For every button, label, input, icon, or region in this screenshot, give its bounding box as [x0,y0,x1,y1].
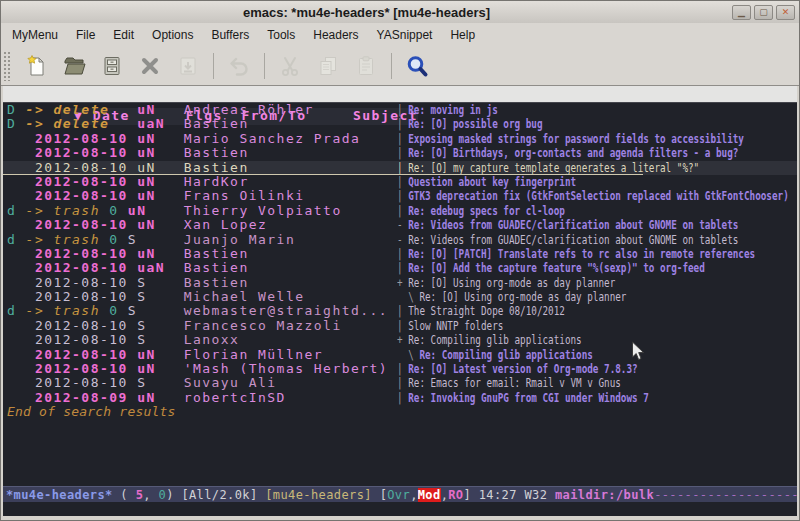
titlebar[interactable]: emacs: *mu4e-headers* [mu4e-headers] ▁ ▢… [1,1,799,24]
menu-item-tools[interactable]: Tools [258,24,304,46]
minimize-button[interactable]: ▁ [732,5,751,20]
maximize-button[interactable]: ▢ [754,5,773,20]
toolbar-separator [213,53,214,79]
message-row[interactable]: D -> delete uaN Bastien | Re: [O] possib… [3,117,797,131]
search-magnifier-icon [405,54,429,78]
end-of-results: End of search results [3,405,797,419]
message-row[interactable]: 2012-08-10 S Suvayu Ali | Re: Emacs for … [3,376,797,390]
menu-item-file[interactable]: File [67,24,104,46]
window-controls: ▁ ▢ ✕ [732,5,795,20]
open-folder-button[interactable] [57,50,91,82]
message-row[interactable]: 2012-08-10 S Michael Welle \ Re: [O] Usi… [3,290,797,304]
paste-clipboard-icon [354,54,378,78]
message-row[interactable]: 2012-08-10 uN HardKor | Question about k… [3,175,797,189]
message-row[interactable]: 2012-08-10 uN Bastien | Re: [O] Birthday… [3,146,797,160]
message-row[interactable]: d -> trash 0 uN Thierry Volpiatto | Re: … [3,204,797,218]
close-icon: ✕ [782,8,790,17]
copy-icon [316,54,340,78]
message-row[interactable]: d -> trash 0 S Juanjo Marin - Re: Videos… [3,233,797,247]
message-row-current[interactable]: 2012-08-10 uN Bastien | Re: [O] my captu… [3,161,797,175]
message-row[interactable]: 2012-08-10 S Francesco Mazzoli | Slow NN… [3,319,797,333]
menu-item-mymenu[interactable]: MyMenu [3,24,67,46]
message-list: D -> delete uN Andreas Röhler | Re: movi… [3,103,797,420]
message-row[interactable]: 2012-08-10 uN 'Mash (Thomas Herbert) | R… [3,362,797,376]
menu-item-buffers[interactable]: Buffers [202,24,258,46]
minimize-icon: ▁ [738,8,745,17]
menu-item-help[interactable]: Help [441,24,484,46]
message-row[interactable]: 2012-08-10 uN Frans Oilinki | GTK3 depre… [3,189,797,203]
import-button[interactable] [171,50,205,82]
menu-item-edit[interactable]: Edit [104,24,143,46]
open-folder-icon [62,54,86,78]
echo-area[interactable] [3,502,797,516]
close-x-icon [138,54,162,78]
message-row[interactable]: 2012-08-10 uN Xan Lopez - Re: Videos fro… [3,218,797,232]
message-row[interactable]: D -> delete uN Andreas Röhler | Re: movi… [3,103,797,117]
toolbar [1,47,799,86]
close-button[interactable]: ✕ [776,5,795,20]
message-row[interactable]: 2012-08-10 uN Mario Sanchez Prada | Expo… [3,132,797,146]
menu-item-headers[interactable]: Headers [304,24,367,46]
new-file-icon [24,54,48,78]
menu-item-options[interactable]: Options [143,24,202,46]
message-row[interactable]: d -> trash 0 S webmaster@straightd... | … [3,304,797,318]
save-icon [100,54,124,78]
message-row[interactable]: 2012-08-10 uN Florian Müllner \ Re: Comp… [3,348,797,362]
paste-button[interactable] [349,50,383,82]
mouse-cursor [631,341,645,361]
cut-button[interactable] [273,50,307,82]
header-line: ▼ Date Flgs From/To Subject [3,86,797,103]
message-row[interactable]: 2012-08-10 uaN Bastien | Re: [O] Add the… [3,261,797,275]
message-row[interactable]: 2012-08-10 S Lanoxx + Re: Compiling glib… [3,333,797,347]
menubar: MyMenuFileEditOptionsBuffersToolsHeaders… [1,23,799,47]
maximize-icon: ▢ [759,8,768,17]
buffer-area[interactable]: ▼ Date Flgs From/To Subject D -> delete … [3,86,797,516]
cut-scissors-icon [278,54,302,78]
close-buffer-button[interactable] [133,50,167,82]
undo-icon [227,54,251,78]
menu-item-yasnippet[interactable]: YASnippet [368,24,442,46]
message-row[interactable]: 2012-08-09 uN robertcInSD | Re: Invoking… [3,391,797,405]
save-buffer-button[interactable] [95,50,129,82]
copy-button[interactable] [311,50,345,82]
message-row[interactable]: 2012-08-10 S Bastien + Re: [O] Using org… [3,276,797,290]
import-icon [176,54,200,78]
search-button[interactable] [400,50,434,82]
toolbar-separator [264,53,265,79]
toolbar-separator [391,53,392,79]
window-title: emacs: *mu4e-headers* [mu4e-headers] [1,5,732,20]
undo-button[interactable] [222,50,256,82]
emacs-window: emacs: *mu4e-headers* [mu4e-headers] ▁ ▢… [0,0,800,521]
new-file-button[interactable] [19,50,53,82]
toolbar-drag-handle[interactable] [3,51,12,81]
mode-line[interactable]: *mu4e-headers* ( 5, 0) [All/2.0k] [mu4e-… [3,486,797,502]
message-row[interactable]: 2012-08-10 uN Bastien | Re: [O] [PATCH] … [3,247,797,261]
